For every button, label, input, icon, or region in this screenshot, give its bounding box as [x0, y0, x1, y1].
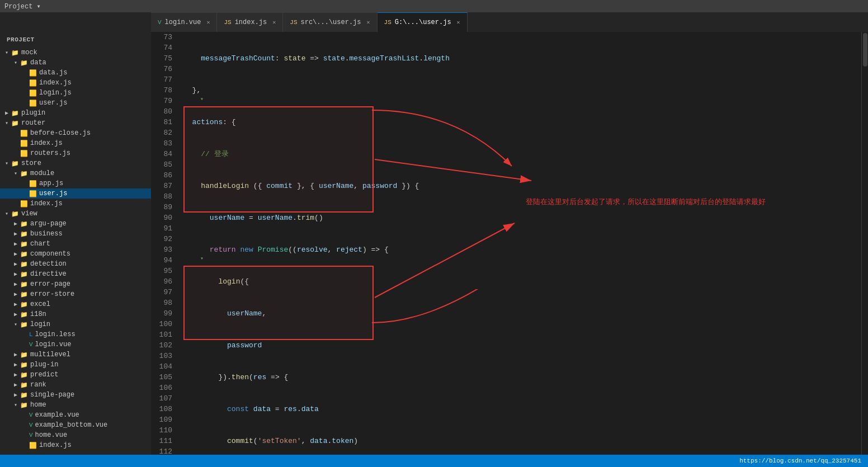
- line-78: userName = userName.trim(): [183, 213, 857, 223]
- code-editor[interactable]: 73 74 75 76 77 78 79 80 81 82 83 84 85 8…: [151, 32, 861, 455]
- js-icon: 🟨: [20, 150, 28, 157]
- js-icon: 🟨: [29, 89, 37, 97]
- arrow-icon: ▶: [11, 371, 20, 378]
- tree-item-login-less[interactable]: L login.less: [0, 329, 151, 339]
- arrow-icon: ▾: [2, 120, 11, 126]
- tree-item-predict[interactable]: ▶ 📁 predict: [0, 370, 151, 380]
- folder-icon: 📁: [20, 402, 28, 409]
- tab-close-btn[interactable]: ✕: [272, 19, 276, 26]
- folder-icon: 📁: [20, 170, 28, 177]
- arrow-icon: ▶: [11, 311, 20, 318]
- js-icon: 🟨: [20, 200, 28, 207]
- folder-icon: 📁: [20, 251, 28, 258]
- folder-icon: 📁: [11, 210, 19, 218]
- arrow-icon: ▾: [2, 210, 11, 217]
- tree-item-index-store[interactable]: 🟨 index.js: [0, 199, 151, 209]
- tree-item-components[interactable]: ▶ 📁 components: [0, 249, 151, 259]
- tab-user-js-g[interactable]: JS G:\...\user.js ✕: [378, 12, 468, 32]
- tree-item-home-vue[interactable]: V home.vue: [0, 430, 151, 440]
- tree-item-view[interactable]: ▾ 📁 view: [0, 209, 151, 219]
- tree-item-detection[interactable]: ▶ 📁 detection: [0, 259, 151, 269]
- editor-area: 73 74 75 76 77 78 79 80 81 82 83 84 85 8…: [151, 32, 868, 455]
- blog-url[interactable]: https://blog.csdn.net/qq_23257451: [739, 457, 861, 464]
- tab-close-btn[interactable]: ✕: [206, 19, 210, 26]
- arrow-icon: ▾: [11, 59, 20, 66]
- line-74: },: [183, 85, 857, 96]
- tree-item-plugin[interactable]: ▶ 📁 plugin: [0, 108, 151, 118]
- tree-item-routers[interactable]: 🟨 routers.js: [0, 148, 151, 158]
- arrow-icon: ▶: [11, 351, 20, 358]
- folder-icon: 📁: [11, 160, 19, 167]
- tree-item-module[interactable]: ▾ 📁 module: [0, 168, 151, 178]
- tree-item-chart[interactable]: ▶ 📁 chart: [0, 239, 151, 249]
- arrow-icon: ▾: [11, 321, 20, 328]
- arrow-icon: ▶: [11, 281, 20, 287]
- js-icon: 🟨: [29, 442, 37, 449]
- folder-icon: 📁: [20, 301, 28, 308]
- tree-item-login-js[interactable]: 🟨 login.js: [0, 88, 151, 98]
- code-container: 73 74 75 76 77 78 79 80 81 82 83 84 85 8…: [151, 32, 861, 455]
- tree-item-business[interactable]: ▶ 📁 business: [0, 229, 151, 239]
- tree-item-example-vue[interactable]: V example.vue: [0, 410, 151, 420]
- arrow-icon: ▶: [11, 261, 20, 267]
- tab-close-btn[interactable]: ✕: [367, 19, 370, 26]
- tree-item-error-page[interactable]: ▶ 📁 error-page: [0, 279, 151, 289]
- tree-item-directive[interactable]: ▶ 📁 directive: [0, 269, 151, 279]
- tab-user-js-src[interactable]: JS src\...\user.js ✕: [283, 12, 377, 32]
- tree-item-login-folder[interactable]: ▾ 📁 login: [0, 319, 151, 329]
- tree-item-single-page[interactable]: ▶ 📁 single-page: [0, 390, 151, 400]
- tree-item-error-store[interactable]: ▶ 📁 error-store: [0, 289, 151, 299]
- tab-login-vue[interactable]: V login.vue ✕: [151, 12, 217, 32]
- tab-index-js[interactable]: JS index.js ✕: [217, 12, 283, 32]
- folder-icon: 📁: [20, 220, 28, 228]
- line-80: login({: [183, 276, 857, 287]
- folder-icon: 📁: [20, 361, 28, 369]
- arrow-icon: ▶: [2, 110, 11, 116]
- tree-item-i18n[interactable]: ▶ 📁 i18n: [0, 309, 151, 319]
- project-label[interactable]: Project ▾: [4, 2, 41, 11]
- arrow-icon: ▶: [11, 251, 20, 257]
- folder-icon: 📁: [20, 271, 28, 278]
- tree-item-user-js-selected[interactable]: 🟨 user.js: [0, 188, 151, 199]
- tree-item-index-js-mock[interactable]: 🟨 index.js: [0, 78, 151, 88]
- line-81: userName,: [183, 308, 857, 319]
- tab-vue-icon: V: [158, 19, 162, 26]
- arrow-icon: ▾: [2, 49, 11, 56]
- tree-item-multilevel[interactable]: ▶ 📁 multilevel: [0, 350, 151, 360]
- tree-item-excel[interactable]: ▶ 📁 excel: [0, 299, 151, 309]
- tree-item-data[interactable]: ▾ 📁 data: [0, 58, 151, 68]
- tree-item-index-home[interactable]: 🟨 index.js: [0, 440, 151, 450]
- arrow-icon: ▶: [11, 291, 20, 298]
- tree-item-plug-in[interactable]: ▶ 📁 plug-in: [0, 360, 151, 370]
- tree-item-rank[interactable]: ▶ 📁 rank: [0, 380, 151, 390]
- js-icon: 🟨: [20, 130, 28, 137]
- vue-icon: V: [29, 432, 33, 438]
- tree-item-mock[interactable]: ▾ 📁 mock: [0, 48, 151, 58]
- tree-item-login-vue[interactable]: V login.vue: [0, 339, 151, 350]
- line-73: messageTrashCount: state => state.messag…: [183, 53, 857, 64]
- arrow-icon: ▶: [11, 391, 20, 398]
- tree-item-before-close[interactable]: 🟨 before-close.js: [0, 128, 151, 138]
- tab-close-btn-active[interactable]: ✕: [457, 19, 460, 26]
- folder-icon: 📁: [11, 120, 19, 127]
- tree-item-user-js-mock[interactable]: 🟨 user.js: [0, 98, 151, 108]
- tree-item-store[interactable]: ▾ 📁 store: [0, 158, 151, 168]
- bottom-bar: https://blog.csdn.net/qq_23257451: [0, 455, 868, 467]
- line-82: password: [183, 340, 857, 351]
- tree-item-index-router[interactable]: 🟨 index.js: [0, 138, 151, 148]
- js-icon: 🟨: [29, 190, 37, 197]
- folder-icon: 📁: [20, 351, 28, 358]
- arrow-icon: ▾: [11, 402, 20, 408]
- tree-item-home[interactable]: ▾ 📁 home: [0, 400, 151, 410]
- tree-item-app-js[interactable]: 🟨 app.js: [0, 178, 151, 188]
- tree-item-data-js[interactable]: 🟨 data.js: [0, 68, 151, 78]
- arrow-icon: ▶: [11, 381, 20, 388]
- arrow-icon: ▶: [11, 220, 20, 227]
- tab-js-icon-active: JS: [384, 19, 391, 26]
- tree-item-argu-page[interactable]: ▶ 📁 argu-page: [0, 219, 151, 229]
- tree-item-router[interactable]: ▾ 📁 router: [0, 118, 151, 128]
- tree-item-example-bottom-vue[interactable]: V example_bottom.vue: [0, 420, 151, 430]
- sidebar: Project ▾ 📁 mock ▾ 📁 data 🟨 data.js 🟨 in…: [0, 32, 151, 455]
- vertical-scrollbar[interactable]: [861, 32, 868, 455]
- tab-js-icon: JS: [290, 19, 297, 26]
